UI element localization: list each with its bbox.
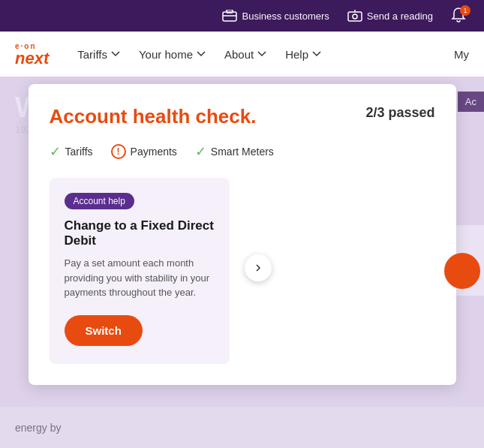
modal-header: Account health check. 2/3 passed	[50, 105, 435, 128]
logo[interactable]: e·on next	[15, 42, 49, 67]
chevron-down-icon	[196, 49, 206, 59]
check-warn-icon: !	[111, 144, 126, 159]
modal-title: Account health check.	[50, 105, 257, 128]
send-reading-link[interactable]: Send a reading	[347, 10, 433, 22]
chevron-right-icon	[254, 263, 263, 272]
top-bar: Business customers Send a reading 1	[0, 0, 484, 32]
card-badge: Account help	[65, 193, 134, 209]
check-pass-icon-2: ✓	[195, 143, 206, 160]
card-title: Change to a Fixed Direct Debit	[65, 218, 215, 248]
modal-score: 2/3 passed	[365, 105, 434, 121]
business-customers-label: Business customers	[242, 11, 329, 22]
nav-item-help[interactable]: Help	[278, 42, 329, 67]
nav-my-account[interactable]: My	[454, 48, 469, 61]
recommendation-card: Account help Change to a Fixed Direct De…	[50, 178, 230, 364]
check-payments: ! Payments	[111, 144, 177, 159]
svg-rect-1	[223, 12, 236, 21]
orange-circle-partial	[444, 253, 480, 289]
briefcase-icon	[222, 10, 237, 22]
notification-badge: 1	[460, 5, 470, 16]
meter-icon	[347, 10, 362, 22]
notification-icon[interactable]: 1	[451, 7, 469, 25]
check-tariffs: ✓ Tariffs	[50, 143, 93, 160]
nav-bar: e·on next Tariffs Your home About Help M…	[0, 32, 484, 77]
switch-button[interactable]: Switch	[65, 315, 143, 346]
check-smart-meters: ✓ Smart Meters	[195, 143, 274, 160]
carousel-next-arrow[interactable]	[245, 254, 272, 281]
modal: Account health check. 2/3 passed ✓ Tarif…	[29, 84, 456, 385]
nav-items: Tariffs Your home About Help	[70, 42, 448, 67]
svg-point-4	[353, 14, 357, 19]
nav-item-about[interactable]: About	[217, 42, 275, 67]
checks-row: ✓ Tariffs ! Payments ✓ Smart Meters	[50, 143, 435, 160]
chevron-down-icon	[311, 49, 322, 59]
nav-item-your-home[interactable]: Your home	[131, 42, 214, 67]
logo-next: next	[15, 50, 49, 67]
business-customers-link[interactable]: Business customers	[222, 10, 329, 22]
modal-overlay: Account health check. 2/3 passed ✓ Tarif…	[0, 77, 484, 448]
check-payments-label: Payments	[131, 146, 177, 158]
send-reading-label: Send a reading	[367, 11, 433, 22]
svg-rect-3	[348, 12, 362, 21]
nav-item-tariffs[interactable]: Tariffs	[70, 42, 128, 67]
check-smart-meters-label: Smart Meters	[211, 146, 274, 158]
check-pass-icon: ✓	[50, 143, 61, 160]
chevron-down-icon	[110, 49, 121, 59]
card-description: Pay a set amount each month providing yo…	[65, 256, 215, 300]
page-wrapper: Business customers Send a reading 1 e·on…	[0, 0, 484, 448]
chevron-down-icon	[257, 49, 267, 59]
check-tariffs-label: Tariffs	[65, 146, 93, 158]
